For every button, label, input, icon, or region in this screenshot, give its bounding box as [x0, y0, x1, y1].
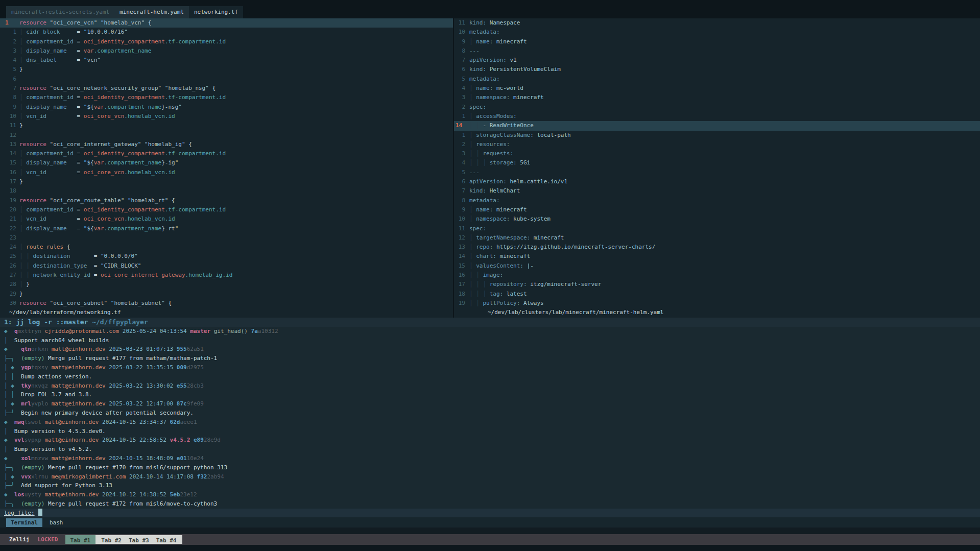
editor-line[interactable]: 8---: [454, 46, 980, 56]
editor-line[interactable]: 10│ vcn_id = oci_core_vcn.homelab_vcn.id: [0, 112, 453, 121]
editor-line[interactable]: 2spec:: [454, 103, 980, 112]
token-key: name:: [476, 206, 493, 213]
editor-cursor-line[interactable]: 14│ │ - ReadWriteOnce: [454, 121, 980, 130]
editor-line[interactable]: 18│ │ │ tag: latest: [454, 290, 980, 299]
token-key: kind:: [469, 19, 486, 26]
terminal-tab-terminal[interactable]: Terminal: [6, 518, 42, 527]
editor-line[interactable]: 19│ │ pullPolicy: Always: [454, 299, 980, 308]
editor-line[interactable]: 29}: [0, 290, 453, 299]
code-lines-left: 1resource "oci_core_vcn" "homelab_vcn" {…: [0, 18, 453, 308]
line-number: 9: [0, 103, 17, 112]
editor-line[interactable]: 16│ │ image:: [454, 271, 980, 280]
editor-line[interactable]: 3│ │ requests:: [454, 149, 980, 158]
editor-line[interactable]: 4│ dns_label = "vcn": [0, 56, 453, 65]
editor-line[interactable]: 22│ display_name = "${var.compartment_na…: [0, 224, 453, 233]
editor-line[interactable]: 1│ storageClassName: local-path: [454, 131, 980, 140]
editor-line[interactable]: 16│ vcn_id = oci_core_vcn.homelab_vcn.id: [0, 168, 453, 177]
editor-line[interactable]: 7kind: HelmChart: [454, 186, 980, 196]
token-mem: .compartment_name: [104, 225, 162, 232]
code-text: metadata:: [466, 75, 500, 84]
editor-line[interactable]: 3│ display_name = var.compartment_name: [0, 46, 453, 56]
editor-line[interactable]: 11kind: Namespace: [454, 18, 980, 28]
editor-line[interactable]: 10metadata:: [454, 28, 980, 37]
editor-line[interactable]: 7resource "oci_core_network_security_gro…: [0, 84, 453, 93]
editor-line[interactable]: 12│ targetNamespace: minecraft: [454, 233, 980, 243]
editor-line[interactable]: 7apiVersion: v1: [454, 56, 980, 65]
editor-line[interactable]: 5metadata:: [454, 75, 980, 84]
code-text: resource "oci_core_internet_gateway" "ho…: [17, 140, 192, 149]
editor-line[interactable]: 26│ │ destination_type = "CIDR_BLOCK": [0, 261, 453, 271]
token-prop: network_entity_id: [33, 272, 91, 278]
editor-line[interactable]: 18: [0, 186, 453, 196]
editor-line[interactable]: 10│ namespace: kube-system: [454, 214, 980, 224]
editor-line[interactable]: 30resource "oci_core_subnet" "homelab_su…: [0, 299, 453, 308]
editor-line[interactable]: 9│ display_name = "${var.compartment_nam…: [0, 103, 453, 112]
editor-line[interactable]: 21│ vcn_id = oci_core_vcn.homelab_vcn.id: [0, 214, 453, 224]
editor-line[interactable]: 14│ compartment_id = oci_identity_compar…: [0, 149, 453, 158]
editor-line[interactable]: 1│ cidr_block = "10.0.0.0/16": [0, 28, 453, 37]
editor-line[interactable]: 19resource "oci_core_route_table" "homel…: [0, 196, 453, 205]
editor-line[interactable]: 4│ name: mc-world: [454, 84, 980, 93]
editor-line[interactable]: 12: [0, 131, 453, 140]
editor-line[interactable]: 2│ compartment_id = oci_identity_compart…: [0, 37, 453, 46]
editor-line[interactable]: 17│ │ │ repository: itzg/minecraft-serve…: [454, 280, 980, 289]
editor-line[interactable]: 13resource "oci_core_internet_gateway" "…: [0, 140, 453, 149]
editor-line[interactable]: 1│ accessModes:: [454, 112, 980, 121]
editor-line[interactable]: 28│ }: [0, 280, 453, 289]
code-text: ---: [466, 168, 480, 177]
editor-line[interactable]: 27│ │ network_entity_id = oci_core_inter…: [0, 271, 453, 280]
token-gr: ◆: [4, 346, 8, 352]
token-idd: 9fe09: [187, 400, 204, 407]
token-ds: Merge pull request #172 from misl6/move-…: [44, 500, 217, 507]
editor-line[interactable]: 6apiVersion: helm.cattle.io/v1: [454, 177, 980, 186]
editor-line[interactable]: 23: [0, 233, 453, 243]
editor-line[interactable]: 5}: [0, 65, 453, 74]
token-t: =: [74, 206, 84, 213]
line-number: 1: [454, 112, 466, 121]
terminal-pane[interactable]: 1: jj log -r ::master ~/d/ffpyplayer ◆ q…: [0, 318, 980, 517]
buffer-tab-minecraft-helm[interactable]: minecraft-helm.yaml: [114, 6, 189, 18]
token-str: "oci_core_route_table" "homelab_rt": [50, 197, 169, 204]
editor-line[interactable]: 2│ resources:: [454, 140, 980, 149]
editor-line[interactable]: 11}: [0, 121, 453, 130]
token-gd: │: [469, 234, 476, 241]
token-ds: [14, 382, 21, 389]
terminal-tab-bash[interactable]: bash: [50, 519, 63, 526]
editor-pane-networking-tf[interactable]: 1resource "oci_core_vcn" "homelab_vcn" {…: [0, 18, 454, 318]
editor-pane-minecraft-helm-yaml[interactable]: 11kind: Namespace10metadata:9│ name: min…: [454, 18, 980, 318]
editor-line[interactable]: 3│ namespace: minecraft: [454, 93, 980, 102]
editor-line[interactable]: 11spec:: [454, 224, 980, 233]
token-idd: nxvqz: [31, 382, 48, 389]
line-number: 8: [454, 46, 466, 56]
editor-line[interactable]: 9│ name: minecraft: [454, 205, 980, 214]
editor-line[interactable]: 15│ valuesContent: |-: [454, 261, 980, 271]
line-number: 8: [454, 196, 466, 205]
buffer-tab-minecraft-restic-secrets[interactable]: minecraft-restic-secrets.yaml: [6, 6, 114, 18]
editor-line[interactable]: 4│ │ │ storage: 5Gi: [454, 158, 980, 167]
editor-line[interactable]: 8metadata:: [454, 196, 980, 205]
editor-line[interactable]: 9│ name: minecraft: [454, 37, 980, 46]
token-gr: │ ◆: [4, 364, 14, 371]
editor-line[interactable]: 17}: [0, 177, 453, 186]
editor-line[interactable]: 24│ route_rules {: [0, 243, 453, 252]
terminal-prompt-row[interactable]: log file:: [0, 509, 980, 517]
editor-line[interactable]: 8│ compartment_id = oci_identity_compart…: [0, 93, 453, 102]
token-ds: [48, 400, 52, 407]
zellij-tab-4[interactable]: Tab #4: [153, 536, 180, 543]
jj-log-line: ◆ qmxttryn cjriddz@protonmail.com 2025-0…: [0, 327, 980, 336]
zellij-tab-2[interactable]: Tab #2: [98, 536, 125, 543]
editor-line[interactable]: 13│ repo: https://itzg.github.io/minecra…: [454, 243, 980, 252]
editor-line[interactable]: 20│ compartment_id = oci_identity_compar…: [0, 205, 453, 214]
zellij-tab-1[interactable]: Tab #1: [65, 535, 96, 544]
buffer-tab-networking-tf[interactable]: networking.tf: [189, 6, 243, 18]
editor-line[interactable]: 6kind: PersistentVolumeClaim: [454, 65, 980, 74]
token-prop: display_name: [26, 47, 66, 54]
code-text: │ accessModes:: [466, 112, 517, 121]
editor-line[interactable]: 25│ │ destination = "0.0.0.0/0": [0, 252, 453, 261]
editor-line[interactable]: 15│ display_name = "${var.compartment_na…: [0, 158, 453, 167]
editor-line[interactable]: 5---: [454, 168, 980, 177]
editor-cursor-line[interactable]: 1resource "oci_core_vcn" "homelab_vcn" {: [0, 18, 453, 28]
editor-line[interactable]: 14│ chart: minecraft: [454, 252, 980, 261]
editor-line[interactable]: 6: [0, 75, 453, 84]
zellij-tab-3[interactable]: Tab #3: [125, 536, 153, 543]
